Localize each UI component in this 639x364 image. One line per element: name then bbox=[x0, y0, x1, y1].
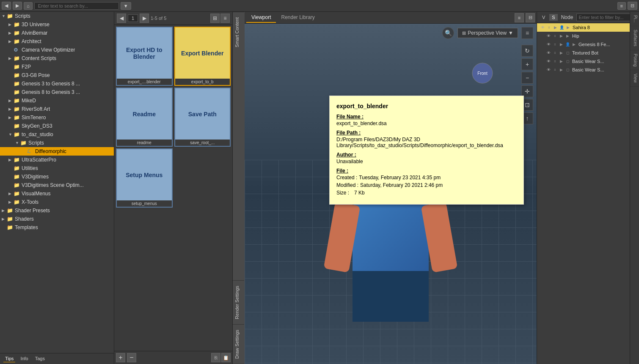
tile-label: Setup Menus bbox=[126, 172, 163, 178]
content-item-readme[interactable]: Readme readme bbox=[116, 88, 173, 147]
side-tab-posing[interactable]: Posing bbox=[630, 50, 639, 71]
rotate-icon[interactable]: ↻ bbox=[521, 45, 533, 57]
tree-item-utilities[interactable]: ▶ 📁 Utilities bbox=[0, 164, 114, 172]
scene-item-label: Textured Bot bbox=[572, 50, 598, 55]
tree-item-architect[interactable]: ▶ 📁 Architect bbox=[0, 37, 114, 46]
tooltip-filename-label: File Name : bbox=[336, 114, 517, 120]
tree-arrow: ▶ bbox=[8, 115, 14, 120]
tree-item-ultrascatter[interactable]: ▶ 📁 UltraScatterPro bbox=[0, 156, 114, 164]
tree-arrow: ▶ bbox=[2, 208, 7, 213]
bottom-tab-tips[interactable]: Tips bbox=[3, 355, 15, 362]
content-panel: ◀ ▶ 1-5 of 5 ⊞ ≡ Export HD to Blender ex… bbox=[114, 12, 233, 364]
tree-arrow: ▼ bbox=[15, 141, 20, 145]
content-tile: Setup Menus bbox=[117, 149, 172, 200]
tree-item-visualmenus[interactable]: ▶ 📁 VisualMenus bbox=[0, 189, 114, 198]
tree-item-skygen[interactable]: ▶ 📁 SkyGen_DS3 bbox=[0, 122, 114, 130]
scene-item-basic-wear1[interactable]: 👁 ⌗ ▶ ◻ Basic Wear S... bbox=[537, 57, 630, 66]
scene-item-basic-wear2[interactable]: 👁 ⌗ ▶ ◻ Basic Wear S... bbox=[537, 66, 630, 74]
tree-item-f2p[interactable]: ▶ 📁 F2P bbox=[0, 63, 114, 71]
tree-item-genesis8to3[interactable]: ▶ 📁 Genesis 8 to Genesis 3 ... bbox=[0, 88, 114, 96]
render-settings-tab[interactable]: Render Settings bbox=[233, 280, 244, 325]
tree-item-v3digitimes[interactable]: ▶ 📁 V3Digitimes bbox=[0, 172, 114, 181]
tree-item-cameraview[interactable]: ▶ ⚙ Camera View Optimizer bbox=[0, 46, 114, 54]
tree-label: F2P bbox=[22, 64, 31, 70]
prev-page-button[interactable]: ◀ bbox=[117, 14, 126, 23]
scene-item-genesis8f[interactable]: 👁 ⌗ ▶ 👤 ▶ Genesis 8 Fe... bbox=[537, 40, 630, 49]
paste-button[interactable]: 📋 bbox=[221, 353, 231, 362]
home-button[interactable]: ⌂ bbox=[24, 2, 33, 10]
tree-label: AlvinBemar bbox=[22, 30, 47, 36]
scene-item-icons: 👁 ⌗ ▶ ◻ bbox=[545, 50, 570, 56]
viewport-toolbar-icons: ≡ ⊟ bbox=[515, 13, 535, 22]
list-view-btn[interactable]: ≡ bbox=[617, 2, 626, 10]
right-panels: V S Node 👁 ⌗ ▶ 👤 ▶ Sahira 8 bbox=[537, 12, 639, 364]
page-number-input[interactable] bbox=[128, 14, 138, 22]
content-tile: Save Path bbox=[175, 88, 230, 140]
menu-btn[interactable]: ⊟ bbox=[628, 2, 637, 10]
tree-item-scripts-sub[interactable]: ▼ 📁 Scripts bbox=[0, 139, 114, 147]
search-dropdown[interactable]: ▼ bbox=[121, 2, 131, 10]
scene-item-textured-bot[interactable]: 👁 ⌗ ▶ ◻ Textured Bot bbox=[537, 49, 630, 57]
tree-item-g3g8[interactable]: ▶ 📁 G3-G8 Pose bbox=[0, 71, 114, 79]
grid-view-button[interactable]: ⊞ bbox=[210, 14, 220, 23]
zoom-in-icon[interactable]: + bbox=[521, 58, 533, 70]
forward-button[interactable]: ▶ bbox=[13, 2, 22, 10]
tree-item-riversoft[interactable]: ▶ 📁 RiverSoft Art bbox=[0, 105, 114, 113]
tree-item-diffeomorphic[interactable]: ▶ ℒ Diffeomorphic bbox=[0, 147, 114, 156]
tree-item-scripts[interactable]: ▼ 📁 Scripts bbox=[0, 12, 114, 20]
list-view-button[interactable]: ≡ bbox=[220, 14, 230, 23]
perspective-grid-icon: ⊞ bbox=[462, 30, 466, 36]
tree-item-shaders[interactable]: ▶ 📁 Shaders bbox=[0, 215, 114, 223]
scene-top-bar: V S Node bbox=[537, 12, 630, 23]
side-tab-view[interactable]: View bbox=[630, 70, 639, 87]
top-search-input[interactable] bbox=[34, 2, 119, 10]
eye-icon: 👁 bbox=[545, 67, 551, 73]
tab-viewport[interactable]: Viewport bbox=[246, 13, 276, 23]
perspective-view-button[interactable]: ⊞ Perspective View ▼ bbox=[457, 28, 518, 38]
tree-item-shaderpresets[interactable]: ▶ 📁 Shader Presets bbox=[0, 206, 114, 215]
add-item-button[interactable]: + bbox=[116, 353, 125, 362]
menu-icon[interactable]: ≡ bbox=[521, 27, 533, 39]
content-item-export-hd[interactable]: Export HD to Blender export_....blender bbox=[116, 27, 173, 86]
tree-item-v3dscene[interactable]: ▶ 📁 V3Digitimes Scene Optim... bbox=[0, 181, 114, 189]
tree-item-alvinbemar[interactable]: ▶ 📁 AlvinBemar bbox=[0, 29, 114, 37]
arrow-icon: ▶ bbox=[558, 67, 564, 73]
content-item-save-root-path[interactable]: Save Path save_root_... bbox=[174, 88, 231, 147]
bottom-tab-tags[interactable]: Tags bbox=[33, 355, 47, 362]
zoom-out-icon[interactable]: − bbox=[521, 72, 533, 84]
content-item-export-blender[interactable]: Export Blender export_to_b bbox=[174, 27, 231, 86]
tree-item-simtenero[interactable]: ▶ 📁 SimTenero bbox=[0, 113, 114, 122]
compass-sphere: Front bbox=[471, 62, 494, 85]
tree-item-miked[interactable]: ▶ 📁 MikeD bbox=[0, 96, 114, 105]
tree-item-templates[interactable]: ▶ 📁 Templates bbox=[0, 223, 114, 232]
scene-v-tab[interactable]: V bbox=[540, 14, 548, 21]
content-item-setup-menus[interactable]: Setup Menus setup_menus bbox=[116, 148, 173, 208]
next-page-button[interactable]: ▶ bbox=[140, 14, 149, 23]
tree-item-contentscripts[interactable]: ▶ 📁 Content Scripts bbox=[0, 54, 114, 63]
tree-item-3duniverse[interactable]: ▶ 📁 3D Universe bbox=[0, 20, 114, 29]
smart-content-tab[interactable]: Smart Content bbox=[233, 12, 244, 52]
copy-button[interactable]: ⎘ bbox=[211, 353, 220, 362]
scene-s-tab[interactable]: S bbox=[549, 14, 557, 21]
expand-arrow: ▶ bbox=[571, 41, 577, 47]
scene-item-hip[interactable]: 👁 ⌗ ▶ ▶ Hip bbox=[537, 32, 630, 40]
viewport-icon-1[interactable]: ≡ bbox=[515, 13, 524, 22]
search-icon[interactable]: 🔍 bbox=[442, 27, 454, 39]
viewport-icon-2[interactable]: ⊟ bbox=[526, 13, 535, 22]
side-tab-pi[interactable]: Pi... bbox=[630, 12, 639, 26]
draw-settings-tab[interactable]: Draw Settings bbox=[233, 325, 244, 364]
tab-render-library[interactable]: Render Library bbox=[276, 13, 320, 23]
side-tab-surfaces[interactable]: Surfaces bbox=[630, 26, 639, 50]
tree-item-xtools[interactable]: ▶ 📁 X-Tools bbox=[0, 198, 114, 206]
bone-icon: ⌗ bbox=[552, 33, 558, 39]
bottom-tab-info[interactable]: Info bbox=[19, 355, 30, 362]
tree-label: G3-G8 Pose bbox=[22, 72, 50, 78]
remove-item-button[interactable]: − bbox=[127, 353, 136, 362]
tree-item-todazstudio[interactable]: ▼ 📁 to_daz_studio bbox=[0, 130, 114, 139]
back-button[interactable]: ◀ bbox=[2, 2, 11, 10]
tree-label: SimTenero bbox=[22, 115, 46, 120]
viewport-3d[interactable]: 🔍 ⊞ Perspective View ▼ ≡ ↻ + − ✛ ⊡ ↑ bbox=[245, 24, 537, 364]
tree-item-genesis3to8[interactable]: ▶ 📁 Genesis 3 to Genesis 8 ... bbox=[0, 79, 114, 88]
scene-item-sahira8[interactable]: 👁 ⌗ ▶ 👤 ▶ Sahira 8 bbox=[537, 23, 630, 32]
content-tile: Export Blender bbox=[175, 27, 230, 79]
